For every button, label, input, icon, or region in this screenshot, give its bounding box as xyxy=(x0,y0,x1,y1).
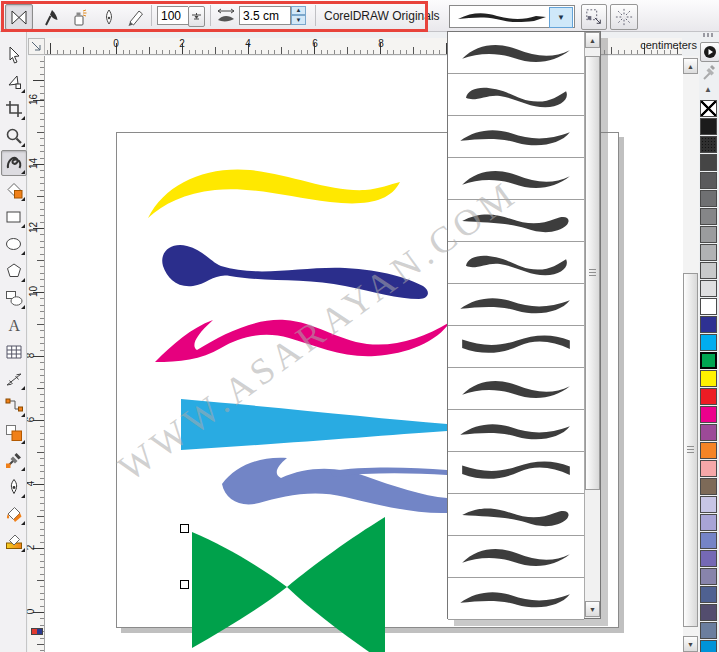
toolbox-item-smart-fill-tool[interactable] xyxy=(1,177,27,203)
green-bowtie-right[interactable] xyxy=(287,517,385,652)
smoothing-input[interactable] xyxy=(157,6,188,25)
vertical-scrollbar[interactable]: ▲ ▼ xyxy=(683,56,699,652)
palette-swatch-white[interactable] xyxy=(700,298,717,315)
toolbox-item-polygon-tool[interactable] xyxy=(1,258,27,284)
yellow-swoosh-stroke[interactable] xyxy=(148,169,400,218)
palette-swatch-magenta[interactable] xyxy=(700,406,717,423)
toolbox-item-rectangle-tool[interactable] xyxy=(1,204,27,230)
toolbox-item-color-eyedropper-tool[interactable] xyxy=(1,447,27,473)
stroke-preset-item[interactable] xyxy=(448,536,584,578)
palette-swatch-gray-violet[interactable] xyxy=(700,568,717,585)
calligraphic-mode-button[interactable] xyxy=(95,4,123,30)
palette-swatch-red[interactable] xyxy=(700,388,717,405)
palette-swatch-powder-blue[interactable] xyxy=(700,514,717,531)
toolbox-item-shape-tool[interactable] xyxy=(1,69,27,95)
stroke-preset-item[interactable] xyxy=(448,158,584,200)
palette-swatch-purple[interactable] xyxy=(700,424,717,441)
toolbox-item-zoom-tool[interactable] xyxy=(1,123,27,149)
palette-swatch-cornflower[interactable] xyxy=(700,532,717,549)
palette-swatch-30-black[interactable] xyxy=(700,244,717,261)
save-artistic-media-button[interactable] xyxy=(581,4,607,30)
scroll-up-button[interactable]: ▲ xyxy=(585,32,600,48)
stroke-preset-item[interactable] xyxy=(448,284,584,326)
smoothing-slider-button[interactable] xyxy=(188,6,205,27)
palette-swatch-cyan[interactable] xyxy=(700,334,717,351)
palette-swatch-90-black[interactable] xyxy=(700,136,717,153)
stroke-preset-item[interactable] xyxy=(448,242,584,284)
toolbox-item-fill-tool[interactable] xyxy=(1,501,27,527)
stroke-preset-item[interactable] xyxy=(448,368,584,410)
magenta-stroke[interactable] xyxy=(155,320,450,362)
selection-handle[interactable] xyxy=(180,580,189,589)
brush-mode-button[interactable] xyxy=(37,4,65,30)
stroke-preset-item[interactable] xyxy=(448,116,584,158)
cyan-wedge-stroke[interactable] xyxy=(181,399,447,450)
palette-swatch-40-black[interactable] xyxy=(700,226,717,243)
palette-scroll-up[interactable]: ▲ xyxy=(704,85,712,94)
scroll-up-button[interactable]: ▲ xyxy=(683,58,698,74)
toolbox-item-text-tool[interactable]: A xyxy=(1,312,27,338)
palette-swatch-yellow[interactable] xyxy=(700,370,717,387)
palette-swatch-slate-blue[interactable] xyxy=(700,622,717,639)
cornflower-ribbon-stroke[interactable] xyxy=(222,458,447,513)
scroll-down-button[interactable]: ▼ xyxy=(683,636,698,652)
toolbox-item-connector-tool[interactable] xyxy=(1,393,27,419)
stroke-width-spinner[interactable]: ▲ ▼ xyxy=(291,6,306,25)
scrollbar-thumb[interactable] xyxy=(683,273,698,627)
palette-swatch-blue[interactable] xyxy=(700,316,717,333)
spray-order-button[interactable] xyxy=(610,4,638,30)
palette-swatch-70-black[interactable] xyxy=(700,172,717,189)
palette-swatch-brown[interactable] xyxy=(700,478,717,495)
palette-swatch-bright-blue[interactable] xyxy=(700,640,717,652)
palette-swatch-light-blueviolet[interactable] xyxy=(700,496,717,513)
stroke-preset-item[interactable] xyxy=(448,32,584,74)
navy-stroke[interactable] xyxy=(162,245,428,299)
scrollbar-thumb[interactable] xyxy=(585,56,600,490)
palette-swatch-60-black[interactable] xyxy=(700,190,717,207)
toolbox-item-blend-tool[interactable] xyxy=(1,420,27,446)
dropdown-scrollbar[interactable]: ▲ ▼ xyxy=(584,32,600,618)
sprayer-mode-button[interactable] xyxy=(66,4,94,30)
toolbox-item-table-tool[interactable] xyxy=(1,339,27,365)
palette-swatch-pink[interactable] xyxy=(700,460,717,477)
palette-swatch-orange[interactable] xyxy=(700,442,717,459)
green-bowtie-left[interactable] xyxy=(192,532,287,648)
palette-swatch-navy-gray[interactable] xyxy=(700,586,717,603)
stroke-preset-item[interactable] xyxy=(448,452,584,494)
stroke-preset-combobox[interactable]: ▼ xyxy=(449,5,575,28)
toolbox-item-ellipse-tool[interactable] xyxy=(1,231,27,257)
stroke-width-input[interactable] xyxy=(239,6,291,25)
selection-handle[interactable] xyxy=(180,524,189,533)
toolbox-item-artistic-media-tool[interactable] xyxy=(1,150,27,176)
scroll-down-button[interactable]: ▼ xyxy=(585,601,600,617)
spinner-up[interactable]: ▲ xyxy=(291,6,306,15)
stroke-preset-item[interactable] xyxy=(448,410,584,452)
toolbox-item-dimension-tool[interactable] xyxy=(1,366,27,392)
palette-swatch-10-black[interactable] xyxy=(700,280,717,297)
ruler-origin-button[interactable] xyxy=(28,38,45,55)
stroke-preset-item[interactable] xyxy=(448,326,584,368)
toolbox-item-pick-tool[interactable] xyxy=(1,42,27,68)
palette-eyedropper-icon[interactable] xyxy=(702,62,717,81)
spinner-down[interactable]: ▼ xyxy=(291,15,306,25)
combo-dropdown-arrow[interactable]: ▼ xyxy=(549,7,573,28)
preset-mode-button[interactable] xyxy=(5,4,33,30)
stroke-preset-item[interactable] xyxy=(448,74,584,116)
palette-swatch-80-black[interactable] xyxy=(700,154,717,171)
palette-swatch-50-black[interactable] xyxy=(700,208,717,225)
palette-swatch-no-color[interactable] xyxy=(700,100,717,117)
palette-swatch-green[interactable] xyxy=(700,352,717,369)
stroke-preset-item[interactable] xyxy=(448,200,584,242)
toolbox-item-interactive-fill-tool[interactable] xyxy=(1,528,27,554)
toolbox-item-outline-pen-tool[interactable] xyxy=(1,474,27,500)
palette-drag-grip[interactable] xyxy=(703,33,715,37)
palette-swatch-dark-violet[interactable] xyxy=(700,604,717,621)
palette-swatch-violet[interactable] xyxy=(700,550,717,567)
toolbox-item-crop-tool[interactable] xyxy=(1,96,27,122)
expression-mode-button[interactable] xyxy=(122,4,150,30)
toolbox-item-basic-shapes-tool[interactable] xyxy=(1,285,27,311)
palette-swatch-20-black[interactable] xyxy=(700,262,717,279)
stroke-preset-item[interactable] xyxy=(448,494,584,536)
palette-swatch-black[interactable] xyxy=(700,118,717,135)
stroke-preset-item[interactable] xyxy=(448,578,584,620)
